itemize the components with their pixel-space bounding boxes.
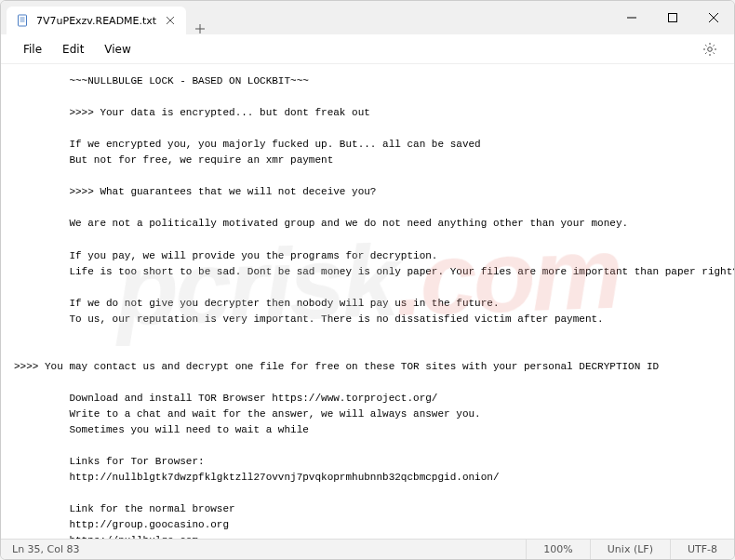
menu-edit[interactable]: Edit <box>53 39 93 60</box>
tab-title: 7V7uPExzv.README.txt <box>36 15 156 27</box>
status-position[interactable]: Ln 35, Col 83 <box>1 543 526 555</box>
close-button[interactable] <box>693 1 734 34</box>
titlebar: 7V7uPExzv.README.txt <box>1 1 734 34</box>
gear-icon <box>702 42 717 57</box>
minimize-button[interactable] <box>611 1 652 34</box>
statusbar: Ln 35, Col 83 100% Unix (LF) UTF-8 <box>1 539 734 559</box>
status-encoding[interactable]: UTF-8 <box>670 540 734 559</box>
status-zoom[interactable]: 100% <box>526 540 589 559</box>
settings-button[interactable] <box>699 38 721 60</box>
notepad-window: 7V7uPExzv.README.txt File Edit View <box>0 0 735 560</box>
new-tab-button[interactable] <box>186 23 214 34</box>
svg-point-6 <box>708 47 713 51</box>
window-controls <box>611 1 734 34</box>
menu-view[interactable]: View <box>95 39 140 60</box>
close-icon[interactable] <box>164 14 177 27</box>
svg-rect-5 <box>669 14 677 22</box>
tab-active[interactable]: 7V7uPExzv.README.txt <box>7 7 186 34</box>
document-icon <box>16 14 29 27</box>
text-content[interactable]: ~~~NULLBULGE LOCK - BASED ON LOCKBIT~~~ … <box>1 64 734 539</box>
menu-file[interactable]: File <box>14 39 51 60</box>
maximize-button[interactable] <box>652 1 693 34</box>
tab-area: 7V7uPExzv.README.txt <box>1 1 611 34</box>
status-line-ending[interactable]: Unix (LF) <box>590 540 670 559</box>
svg-rect-0 <box>19 15 27 26</box>
menubar: File Edit View <box>1 34 734 64</box>
